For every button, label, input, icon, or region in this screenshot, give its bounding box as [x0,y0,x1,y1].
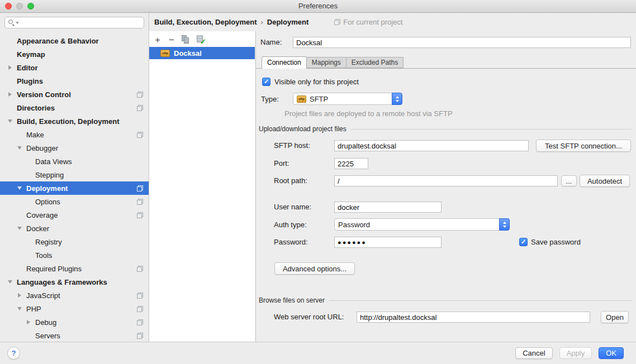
section-rule [329,300,632,301]
autodetect-button[interactable]: Autodetect [580,175,630,187]
save-password-checkbox[interactable]: ✓ [519,238,528,246]
per-project-icon [137,132,143,138]
save-password-label: Save password [531,237,581,248]
sidebar-item-options[interactable]: Options [0,195,149,208]
browse-root-path-button[interactable]: ... [561,175,577,186]
per-project-icon [137,105,143,111]
sftp-type-icon: sftp [160,50,170,57]
collapse-arrow-icon[interactable] [17,186,22,190]
type-label: Type: [261,93,279,106]
main-content: Build, Execution, Deployment › Deploymen… [149,13,636,342]
sidebar-item-docker[interactable]: Docker [0,222,149,235]
password-input[interactable] [334,237,442,248]
collapse-arrow-icon[interactable] [17,307,22,310]
expand-arrow-icon[interactable] [18,293,21,298]
dropdown-stepper-icon [392,93,402,105]
sidebar-item-editor[interactable]: Editor [0,61,149,74]
tab-connection[interactable]: Connection [262,56,307,69]
open-url-button[interactable]: Open [601,311,629,323]
apply-button: Apply [559,347,592,359]
sidebar-item-servers[interactable]: Servers [0,329,149,342]
breadcrumb-category: Build, Execution, Deployment [154,18,257,26]
sidebar-item-make[interactable]: Make [0,128,149,141]
per-project-icon [137,319,143,325]
dropdown-stepper-icon [499,218,510,231]
password-label: Password: [274,237,308,248]
sidebar-item-deployment[interactable]: Deployment [0,181,149,195]
sidebar-item-required-plugins[interactable]: Required Plugins [0,262,149,275]
name-label: Name: [260,37,282,48]
web-root-input[interactable] [357,312,590,323]
sidebar-item-version-control[interactable]: Version Control [0,88,149,101]
advanced-options-button[interactable]: Advanced options... [274,262,355,275]
ok-button[interactable]: OK [599,347,624,359]
server-name: Docksal [174,49,202,58]
dialog-footer: ? Cancel Apply OK [0,342,636,364]
zoom-window-button[interactable] [27,3,34,9]
sidebar-item-plugins[interactable]: Plugins [0,74,149,88]
web-root-label: Web server root URL: [274,312,344,323]
tab-excluded-paths[interactable]: Excluded Paths [347,57,404,68]
visible-only-checkbox[interactable]: ✓ [262,78,270,86]
cancel-button[interactable]: Cancel [515,347,552,359]
expand-arrow-icon[interactable] [8,65,12,70]
sidebar-item-appearance-behavior[interactable]: Appearance & Behavior [0,34,149,47]
help-button[interactable]: ? [7,347,20,360]
sidebar-item-data-views[interactable]: Data Views [0,155,149,168]
collapse-arrow-icon[interactable] [8,119,12,123]
server-list-panel: + − ✓ sftp Docksal [149,31,255,342]
add-server-button[interactable]: + [154,36,162,44]
preferences-window: Preferences Appearance & Behavior Keymap… [0,0,636,364]
collapse-arrow-icon[interactable] [17,227,22,230]
sidebar-item-languages-frameworks[interactable]: Languages & Frameworks [0,275,149,289]
auth-type-label: Auth type: [274,219,307,231]
browse-section-header: Browse files on server [259,296,632,304]
auth-type-dropdown[interactable]: Password [334,218,510,231]
per-project-icon [137,333,143,339]
expand-arrow-icon[interactable] [27,320,30,324]
tab-mappings[interactable]: Mappings [307,57,347,68]
settings-sidebar: Appearance & Behavior Keymap Editor Plug… [0,13,149,342]
upload-section-header: Upload/download project files [259,125,632,133]
sidebar-item-php[interactable]: PHP [0,302,149,315]
user-name-label: User name: [274,202,311,213]
sidebar-item-stepping[interactable]: Stepping [0,168,149,181]
per-project-icon [137,92,143,98]
settings-search-input[interactable] [4,17,144,28]
expand-arrow-icon[interactable] [8,92,12,97]
sidebar-item-tools[interactable]: Tools [0,248,149,262]
breadcrumb-page: Deployment [267,18,308,26]
collapse-arrow-icon[interactable] [8,280,12,284]
per-project-icon [137,212,143,218]
sidebar-item-directories[interactable]: Directories [0,101,149,114]
test-sftp-connection-button[interactable]: Test SFTP connection... [536,140,631,152]
copy-server-icon[interactable] [182,35,190,44]
port-input[interactable] [334,158,368,169]
sidebar-item-javascript[interactable]: JavaScript [0,289,149,302]
use-as-default-icon[interactable]: ✓ [196,35,206,44]
search-icon [8,20,15,26]
sidebar-item-coverage[interactable]: Coverage [0,208,149,222]
server-list-toolbar: + − ✓ [149,31,255,46]
server-list-item-docksal[interactable]: sftp Docksal [149,47,255,59]
sidebar-item-debugger[interactable]: Debugger [0,141,149,155]
collapse-arrow-icon[interactable] [17,146,22,150]
user-name-input[interactable] [334,202,442,213]
sftp-host-input[interactable] [334,140,529,151]
root-path-input[interactable] [334,175,558,186]
minimize-window-button[interactable] [16,3,23,9]
section-rule [351,129,632,130]
auth-type-value: Password [338,221,370,229]
sidebar-item-keymap[interactable]: Keymap [0,47,149,61]
remove-server-button[interactable]: − [168,36,175,44]
sidebar-item-debug[interactable]: Debug [0,315,149,329]
name-input[interactable] [293,37,631,48]
type-dropdown[interactable]: sftp SFTP [293,93,402,105]
close-window-button[interactable] [5,3,12,9]
type-value: SFTP [310,95,328,103]
settings-tree: Appearance & Behavior Keymap Editor Plug… [0,34,149,342]
sidebar-item-build-execution-deployment[interactable]: Build, Execution, Deployment [0,114,149,128]
search-filter-chevron-icon[interactable] [16,22,19,24]
sidebar-item-registry[interactable]: Registry [0,235,149,248]
project-scope-icon [334,19,340,25]
